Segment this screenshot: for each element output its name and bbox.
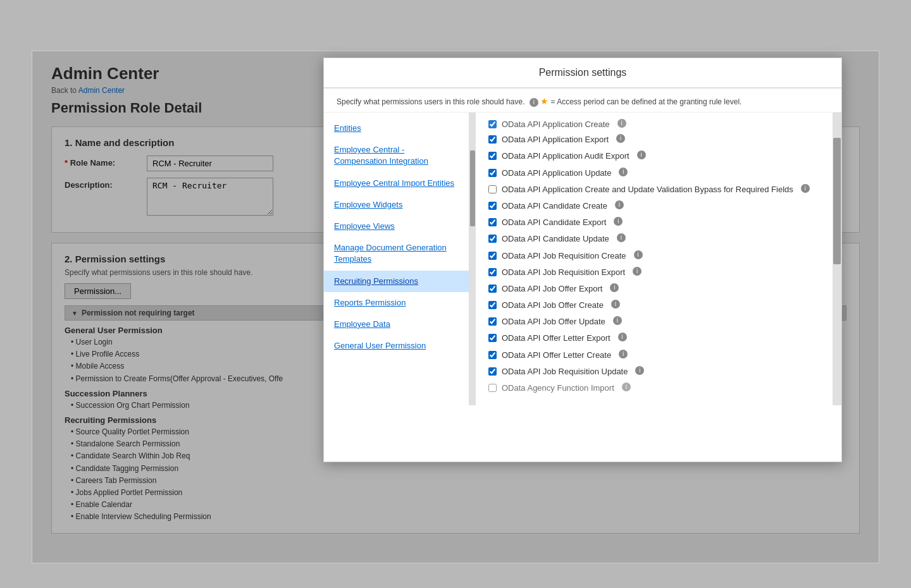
perm-label: OData Agency Function Import [502, 383, 614, 394]
star-symbol: ★ [540, 96, 548, 106]
modal-intro: Specify what permissions users in this r… [324, 89, 841, 113]
right-perm-scrollbar-thumb [833, 138, 841, 264]
perm-info-icon: i [635, 366, 644, 375]
perm-info-icon: i [622, 383, 631, 391]
perm-label: OData API Candidate Create [502, 200, 607, 212]
perm-checkbox[interactable] [488, 301, 497, 309]
perm-checkbox[interactable] [488, 135, 497, 144]
perm-checkbox[interactable] [488, 152, 497, 160]
perm-info-icon: i [619, 168, 628, 176]
perm-row: OData API Application Export i [488, 134, 820, 145]
nav-item-entities[interactable]: Entities [324, 118, 469, 139]
perm-row: OData API Application Create and Update … [488, 184, 820, 195]
perm-label: OData API Job Offer Update [502, 316, 605, 328]
perm-row: OData API Application Update i [488, 168, 820, 179]
perm-label: OData API Job Offer Export [502, 283, 602, 295]
modal-left-nav: Entities Employee Central - Compensation… [324, 113, 469, 405]
perm-info-icon: i [617, 233, 626, 242]
perm-row: OData API Application Audit Export i [488, 150, 820, 162]
perm-label: OData API Candidate Update [502, 233, 609, 245]
nav-item-reports[interactable]: Reports Permission [324, 292, 469, 314]
perm-label: OData API Offer Letter Export [502, 333, 610, 344]
perm-info-icon: i [616, 134, 625, 143]
perm-row: OData API Candidate Create i [488, 200, 820, 212]
nav-item-manage-doc[interactable]: Manage Document Generation Templates [324, 237, 469, 270]
right-perm-scrollbar[interactable] [833, 113, 841, 405]
perm-row: OData API Offer Letter Create i [488, 350, 820, 361]
perm-info-icon: i [614, 217, 623, 226]
perm-checkbox[interactable] [488, 235, 497, 243]
perm-row: OData API Offer Letter Export i [488, 333, 820, 344]
nav-item-ec-import[interactable]: Employee Central Import Entities [324, 173, 469, 194]
perm-row: OData Agency Function Import i [488, 383, 820, 394]
nav-item-ec-compensation[interactable]: Employee Central - Compensation Integrat… [324, 139, 469, 172]
perm-row: OData API Job Offer Create i [488, 300, 820, 311]
perm-info-icon: i [619, 350, 628, 358]
modal-title: Permission settings [324, 58, 841, 89]
perm-row: OData API Candidate Update i [488, 233, 820, 245]
perm-row: OData API Job Offer Export i [488, 283, 820, 295]
perm-row: OData API Job Requisition Export i [488, 267, 820, 278]
perm-row: OData API Job Offer Update i [488, 316, 820, 328]
perm-label: OData API Job Requisition Update [502, 366, 628, 377]
perm-checkbox[interactable] [488, 185, 497, 193]
perm-info-icon: i [613, 316, 622, 325]
perm-info-icon: i [801, 184, 810, 193]
perm-row: OData API Job Requisition Update i [488, 366, 820, 377]
perm-label: OData API Application Audit Export [502, 150, 629, 162]
perm-info-icon: i [637, 150, 646, 159]
perm-info-icon: i [633, 267, 641, 276]
perm-checkbox[interactable] [488, 202, 497, 210]
perm-checkbox[interactable] [488, 268, 497, 276]
perm-checkbox[interactable] [488, 285, 497, 293]
permission-settings-modal: Permission settings Specify what permiss… [323, 58, 842, 462]
perm-info-icon: i [618, 333, 627, 341]
nav-item-general-user[interactable]: General User Permission [324, 335, 469, 357]
left-nav-scrollbar[interactable] [469, 113, 476, 405]
perm-info-icon: i [610, 283, 619, 292]
perm-row: OData API Candidate Export i [488, 217, 820, 228]
perm-row: OData API Application Create i [488, 119, 820, 130]
perm-info-icon: i [615, 200, 624, 209]
nav-item-recruiting[interactable]: Recruiting Permissions [324, 271, 469, 292]
perm-info-icon: i [611, 300, 620, 309]
perm-info-icon: i [617, 119, 626, 128]
perm-label: OData API Job Offer Create [502, 300, 604, 311]
perm-checkbox[interactable] [488, 334, 497, 342]
nav-item-employee-data[interactable]: Employee Data [324, 314, 469, 335]
modal-right-permissions: OData API Application Create i OData API… [476, 113, 833, 405]
left-nav-scrollbar-thumb [470, 150, 475, 226]
perm-checkbox[interactable] [488, 351, 497, 359]
perm-label: OData API Application Export [502, 134, 609, 145]
perm-label: OData API Offer Letter Create [502, 350, 611, 361]
perm-checkbox[interactable] [488, 169, 497, 177]
perm-label: OData API Candidate Export [502, 217, 606, 228]
perm-label: OData API Job Requisition Export [502, 267, 625, 278]
perm-label: OData API Job Requisition Create [502, 250, 626, 262]
perm-checkbox[interactable] [488, 317, 497, 326]
info-icon: i [530, 98, 538, 107]
perm-label: OData API Application Create [502, 119, 610, 130]
perm-label: OData API Application Create and Update … [502, 184, 793, 195]
perm-checkbox[interactable] [488, 252, 497, 260]
perm-label: OData API Application Update [502, 168, 611, 179]
nav-item-employee-views[interactable]: Employee Views [324, 216, 469, 237]
perm-info-icon: i [634, 250, 643, 259]
perm-checkbox[interactable] [488, 120, 497, 128]
perm-checkbox[interactable] [488, 384, 497, 392]
perm-checkbox[interactable] [488, 218, 497, 226]
perm-checkbox[interactable] [488, 367, 497, 376]
nav-item-employee-widgets[interactable]: Employee Widgets [324, 194, 469, 216]
perm-row: OData API Job Requisition Create i [488, 250, 820, 262]
